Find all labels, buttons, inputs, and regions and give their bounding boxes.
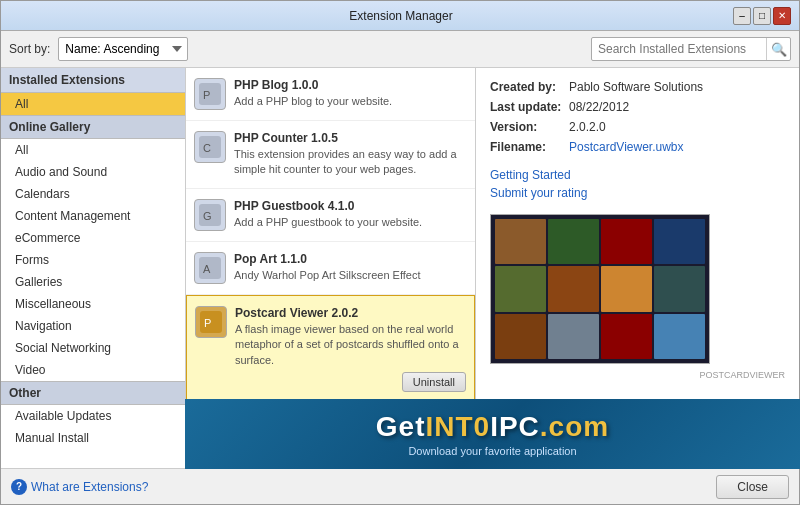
sidebar-item-all-installed[interactable]: All <box>1 93 185 115</box>
uninstall-button[interactable]: Uninstall <box>402 372 466 392</box>
preview-label: POSTCARDVIEWER <box>490 370 785 380</box>
watermark-get: Get <box>376 411 426 442</box>
ext-icon-pop-art: A <box>194 252 226 284</box>
ext-name-php-counter: PHP Counter 1.0.5 <box>234 131 467 145</box>
sidebar-item-video[interactable]: Video <box>1 359 185 381</box>
ext-icon-php-counter: C <box>194 131 226 163</box>
svg-text:G: G <box>203 210 212 222</box>
list-item[interactable]: A Pop Art 1.1.0 Andy Warhol Pop Art Silk… <box>186 242 475 295</box>
close-window-button[interactable]: ✕ <box>773 7 791 25</box>
created-by-value: Pablo Software Solutions <box>569 80 703 94</box>
list-item[interactable]: C PHP Counter 1.0.5 This extension provi… <box>186 121 475 189</box>
toolbar: Sort by: Name: Ascending 🔍 <box>1 31 799 68</box>
created-by-row: Created by: Pablo Software Solutions <box>490 80 785 94</box>
sidebar-item-ecommerce[interactable]: eCommerce <box>1 227 185 249</box>
preview-thumb-5 <box>495 266 546 311</box>
ext-name-php-blog: PHP Blog 1.0.0 <box>234 78 467 92</box>
search-icon[interactable]: 🔍 <box>766 38 790 60</box>
help-icon: ? <box>11 479 27 495</box>
watermark-ipc: IPC <box>490 411 540 442</box>
sort-by-label: Sort by: <box>9 42 50 56</box>
ext-name-php-guestbook: PHP Guestbook 4.1.0 <box>234 199 467 213</box>
sidebar-online-gallery-header: Online Gallery <box>1 115 185 139</box>
preview-thumb-2 <box>548 219 599 264</box>
preview-image <box>490 214 710 364</box>
sidebar-item-social-networking[interactable]: Social Networking <box>1 337 185 359</box>
title-bar: Extension Manager – □ ✕ <box>1 1 799 31</box>
ext-icon-postcard-viewer: P <box>195 306 227 338</box>
maximize-button[interactable]: □ <box>753 7 771 25</box>
watermark-into: INT0 <box>425 411 490 442</box>
ext-icon-php-guestbook: G <box>194 199 226 231</box>
close-button[interactable]: Close <box>716 475 789 499</box>
sidebar-item-calendars[interactable]: Calendars <box>1 183 185 205</box>
ext-icon-php-blog: P <box>194 78 226 110</box>
sidebar: Installed Extensions All Online Gallery … <box>1 68 186 468</box>
svg-text:P: P <box>204 317 211 329</box>
sidebar-item-available-updates[interactable]: Available Updates <box>1 405 185 427</box>
ext-desc-php-guestbook: Add a PHP guestbook to your website. <box>234 215 467 230</box>
sidebar-other-header: Other <box>1 381 185 405</box>
svg-text:A: A <box>203 263 211 275</box>
version-row: Version: 2.0.2.0 <box>490 120 785 134</box>
svg-text:P: P <box>203 89 210 101</box>
ext-desc-php-counter: This extension provides an easy way to a… <box>234 147 467 178</box>
watermark-overlay: GetINT0IPC.com Download your favorite ap… <box>185 399 800 469</box>
preview-thumb-8 <box>654 266 705 311</box>
watermark-sub: Download your favorite application <box>408 445 576 457</box>
preview-thumb-9 <box>495 314 546 359</box>
getting-started-link[interactable]: Getting Started <box>490 168 785 182</box>
version-value: 2.0.2.0 <box>569 120 606 134</box>
filename-row: Filename: PostcardViewer.uwbx <box>490 140 785 154</box>
list-item[interactable]: G PHP Guestbook 4.1.0 Add a PHP guestboo… <box>186 189 475 242</box>
ext-desc-pop-art: Andy Warhol Pop Art Silkscreen Effect <box>234 268 467 283</box>
search-box: 🔍 <box>591 37 791 61</box>
preview-thumb-7 <box>601 266 652 311</box>
svg-text:C: C <box>203 142 211 154</box>
ext-name-pop-art: Pop Art 1.1.0 <box>234 252 467 266</box>
sidebar-item-audio-and-sound[interactable]: Audio and Sound <box>1 161 185 183</box>
filename-value[interactable]: PostcardViewer.uwbx <box>569 140 684 154</box>
sidebar-item-navigation[interactable]: Navigation <box>1 315 185 337</box>
footer: ? What are Extensions? Close <box>1 468 799 504</box>
filename-label: Filename: <box>490 140 565 154</box>
minimize-button[interactable]: – <box>733 7 751 25</box>
window-title: Extension Manager <box>69 9 733 23</box>
sidebar-item-miscellaneous[interactable]: Miscellaneous <box>1 293 185 315</box>
sidebar-item-galleries[interactable]: Galleries <box>1 271 185 293</box>
preview-thumb-4 <box>654 219 705 264</box>
version-label: Version: <box>490 120 565 134</box>
sidebar-item-all-online[interactable]: All <box>1 139 185 161</box>
list-item[interactable]: P PHP Blog 1.0.0 Add a PHP blog to your … <box>186 68 475 121</box>
preview-thumb-10 <box>548 314 599 359</box>
ext-name-postcard-viewer: Postcard Viewer 2.0.2 <box>235 306 466 320</box>
preview-thumb-1 <box>495 219 546 264</box>
watermark-domain: .com <box>540 411 609 442</box>
watermark-text: GetINT0IPC.com <box>376 411 609 443</box>
ext-desc-php-blog: Add a PHP blog to your website. <box>234 94 467 109</box>
sidebar-item-content-management[interactable]: Content Management <box>1 205 185 227</box>
installed-header: Installed Extensions <box>1 68 185 93</box>
footer-help-text: What are Extensions? <box>31 480 148 494</box>
window-controls: – □ ✕ <box>733 7 791 25</box>
preview-thumb-11 <box>601 314 652 359</box>
sort-select[interactable]: Name: Ascending <box>58 37 188 61</box>
last-update-row: Last update: 08/22/2012 <box>490 100 785 114</box>
preview-thumb-3 <box>601 219 652 264</box>
preview-thumb-6 <box>548 266 599 311</box>
ext-desc-postcard-viewer: A flash image viewer based on the real w… <box>235 322 466 368</box>
preview-thumb-12 <box>654 314 705 359</box>
submit-rating-link[interactable]: Submit your rating <box>490 186 785 200</box>
sidebar-item-forms[interactable]: Forms <box>1 249 185 271</box>
list-item-postcard-viewer[interactable]: P Postcard Viewer 2.0.2 A flash image vi… <box>186 295 475 403</box>
what-are-extensions-link[interactable]: ? What are Extensions? <box>11 479 148 495</box>
search-input[interactable] <box>592 42 766 56</box>
last-update-value: 08/22/2012 <box>569 100 629 114</box>
last-update-label: Last update: <box>490 100 565 114</box>
sidebar-item-manual-install[interactable]: Manual Install <box>1 427 185 449</box>
created-by-label: Created by: <box>490 80 565 94</box>
